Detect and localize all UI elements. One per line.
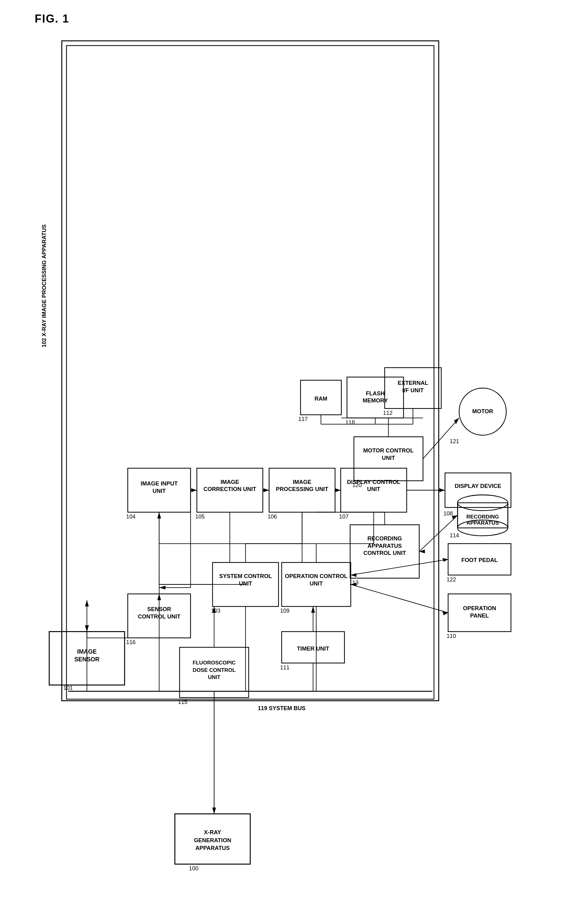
svg-text:APPARATUS: APPARATUS	[466, 520, 499, 526]
svg-text:OPERATION CONTROL: OPERATION CONTROL	[285, 573, 347, 579]
svg-text:106: 106	[268, 513, 277, 520]
svg-text:APPARATUS: APPARATUS	[195, 844, 229, 851]
svg-marker-106	[335, 488, 341, 492]
svg-text:117: 117	[298, 416, 308, 422]
svg-text:115: 115	[178, 699, 187, 705]
svg-text:120: 120	[352, 482, 362, 488]
svg-text:114: 114	[449, 532, 459, 538]
svg-text:PANEL: PANEL	[470, 612, 489, 619]
svg-marker-102	[191, 488, 196, 492]
svg-text:RAM: RAM	[314, 395, 327, 402]
svg-marker-159	[85, 600, 88, 606]
svg-text:MOTOR CONTROL: MOTOR CONTROL	[363, 447, 413, 454]
svg-rect-0	[62, 41, 439, 700]
svg-rect-11	[66, 46, 434, 699]
svg-text:UNIT: UNIT	[309, 580, 323, 586]
svg-text:112: 112	[383, 410, 392, 416]
svg-text:108: 108	[443, 510, 453, 517]
svg-text:EXTERNAL: EXTERNAL	[398, 380, 428, 386]
svg-marker-154	[419, 550, 424, 554]
svg-marker-104	[263, 488, 269, 492]
svg-rect-32	[445, 473, 511, 507]
svg-marker-134	[442, 558, 448, 562]
svg-text:FLASH: FLASH	[365, 390, 384, 397]
svg-marker-138	[311, 606, 314, 613]
svg-text:X-RAY: X-RAY	[204, 829, 221, 836]
svg-text:OPERATION: OPERATION	[463, 605, 496, 611]
svg-marker-160	[85, 625, 88, 632]
svg-text:105: 105	[195, 513, 205, 520]
svg-text:FOOT PEDAL: FOOT PEDAL	[461, 557, 498, 563]
diagram-svg: 102 X-RAY IMAGE PROCESSING APPARATUS IMA…	[35, 34, 529, 899]
svg-text:DOSE CONTROL: DOSE CONTROL	[193, 667, 236, 673]
svg-marker-136	[351, 573, 356, 577]
svg-marker-163	[159, 586, 165, 590]
svg-marker-141	[452, 515, 457, 520]
svg-text:TIMER UNIT: TIMER UNIT	[297, 645, 329, 652]
page: FIG. 1 102 X-RAY IMAGE PROCESSING APPARA…	[35, 12, 529, 899]
svg-text:IMAGE: IMAGE	[293, 478, 311, 485]
fig-title: FIG. 1	[35, 12, 529, 25]
svg-text:RECORDING: RECORDING	[367, 535, 402, 542]
svg-text:100: 100	[189, 865, 198, 872]
svg-text:107: 107	[339, 513, 349, 520]
svg-text:109: 109	[280, 608, 289, 614]
svg-marker-145	[454, 418, 459, 424]
svg-text:119  SYSTEM BUS: 119 SYSTEM BUS	[258, 705, 305, 711]
svg-text:GENERATION: GENERATION	[194, 837, 231, 843]
svg-text:UNIT: UNIT	[367, 486, 380, 492]
svg-line-131	[351, 585, 448, 613]
svg-text:MEMORY: MEMORY	[362, 397, 388, 404]
svg-text:PROCESSING UNIT: PROCESSING UNIT	[276, 486, 328, 492]
svg-text:110: 110	[446, 633, 456, 639]
diagram-container: 102 X-RAY IMAGE PROCESSING APPARATUS IMA…	[35, 34, 529, 899]
svg-text:122: 122	[446, 576, 456, 583]
svg-line-133	[351, 559, 448, 575]
svg-text:IMAGE INPUT: IMAGE INPUT	[140, 480, 177, 487]
svg-text:116: 116	[126, 639, 135, 645]
svg-marker-108	[439, 488, 445, 492]
svg-text:UNIT: UNIT	[239, 580, 252, 586]
svg-text:103: 103	[211, 608, 220, 614]
svg-text:101: 101	[63, 684, 73, 691]
svg-text:104: 104	[126, 513, 135, 520]
svg-text:DISPLAY DEVICE: DISPLAY DEVICE	[455, 483, 501, 489]
svg-text:IMAGE: IMAGE	[220, 478, 239, 485]
svg-text:UNIT: UNIT	[208, 674, 220, 680]
svg-text:FLUOROSCOPIC: FLUOROSCOPIC	[193, 660, 236, 666]
svg-text:102 X-RAY IMAGE PROCESSING APP: 102 X-RAY IMAGE PROCESSING APPARATUS	[41, 224, 47, 348]
svg-text:111: 111	[280, 664, 289, 670]
svg-text:MOTOR: MOTOR	[472, 408, 493, 414]
svg-text:121: 121	[449, 438, 459, 444]
svg-text:CONTROL UNIT: CONTROL UNIT	[363, 550, 406, 556]
svg-text:RECORDING: RECORDING	[466, 513, 499, 520]
svg-text:CORRECTION UNIT: CORRECTION UNIT	[203, 486, 256, 492]
svg-text:UNIT: UNIT	[153, 488, 166, 494]
svg-text:SYSTEM CONTROL: SYSTEM CONTROL	[219, 573, 272, 579]
svg-text:I/F UNIT: I/F UNIT	[402, 387, 424, 393]
svg-text:UNIT: UNIT	[382, 454, 395, 461]
